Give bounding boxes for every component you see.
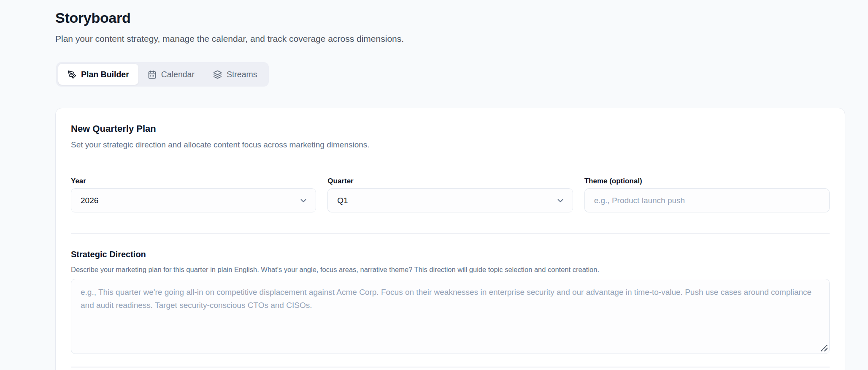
calendar-icon <box>148 70 157 79</box>
year-field: Year 2026 <box>71 177 316 212</box>
resize-handle[interactable] <box>821 345 827 351</box>
strategic-direction-field <box>71 279 830 354</box>
page-subtitle: Plan your content strategy, manage the c… <box>55 33 846 45</box>
plan-settings-row: Year 2026 Quarter Q1 Theme (op <box>71 177 830 212</box>
layers-icon <box>213 70 222 79</box>
tab-bar: Plan Builder Calendar Strea <box>56 62 269 87</box>
quarter-select-value: Q1 <box>337 196 348 205</box>
tab-calendar[interactable]: Calendar <box>138 64 204 85</box>
quarter-field: Quarter Q1 <box>327 177 573 212</box>
tab-plan-builder-label: Plan Builder <box>81 70 129 79</box>
theme-field: Theme (optional) <box>584 177 830 212</box>
theme-input[interactable] <box>584 188 830 212</box>
quarter-label: Quarter <box>327 177 573 186</box>
divider <box>71 367 830 367</box>
new-quarterly-plan-card: New Quarterly Plan Set your strategic di… <box>55 108 845 370</box>
strategic-direction-heading: Strategic Direction <box>71 249 830 260</box>
pen-tool-icon <box>68 70 76 79</box>
tab-streams[interactable]: Streams <box>204 64 267 85</box>
tab-plan-builder[interactable]: Plan Builder <box>58 64 138 85</box>
theme-label: Theme (optional) <box>584 177 830 186</box>
strategic-direction-description: Describe your marketing plan for this qu… <box>71 265 830 274</box>
strategic-direction-textarea[interactable] <box>71 279 830 354</box>
divider <box>71 233 830 234</box>
chevron-down-icon <box>299 196 308 205</box>
tab-calendar-label: Calendar <box>161 70 195 79</box>
storyboard-page: Storyboard Plan your content strategy, m… <box>55 0 846 370</box>
year-select-value: 2026 <box>81 196 98 205</box>
page-title: Storyboard <box>55 8 846 27</box>
year-select[interactable]: 2026 <box>71 188 316 212</box>
tab-streams-label: Streams <box>227 70 257 79</box>
card-title: New Quarterly Plan <box>71 122 830 135</box>
card-description: Set your strategic direction and allocat… <box>71 139 830 150</box>
chevron-down-icon <box>556 196 565 205</box>
quarter-select[interactable]: Q1 <box>327 188 573 212</box>
year-label: Year <box>71 177 316 186</box>
